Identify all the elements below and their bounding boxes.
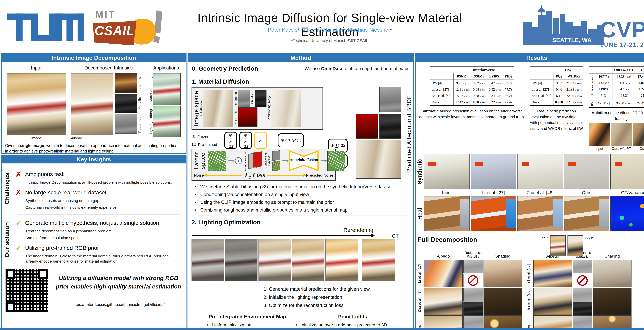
lighting-column-1: Point LightsInitialization over a grid b… [288,314,410,330]
table-row: InteriorVersePSNR↑13.38 ± 2.4417.42 ± 3.… [588,73,644,80]
author: Matthias Niessner1 [348,27,392,33]
cell-value: 0.46 [556,88,562,91]
photo-gt-albedo [203,90,233,127]
cell-std: ± 0.14 [496,82,501,85]
photo-input-image [7,73,66,135]
photo-metallic [115,94,137,113]
table-cell: 0.68 ± 0.11 [471,86,487,93]
table-cell: 0.22 ± 0.08 [635,86,644,92]
bottom-accent-strip [0,328,644,330]
book-icon [228,145,233,148]
insight-detail: Intrinsic Image Decomposition is an ill-… [25,180,174,185]
table-cell: 0.47 ± 0.14 [487,80,503,86]
loss-arrow-left-icon [206,175,242,176]
material-diffusion-diagram: Image space GT Albedo Roughness Metallic… [192,87,410,181]
table-cell: 17.42 ± 3.08 [454,99,471,106]
cell-std: ± 11.06 [575,82,582,85]
cell-value: 6.11 [556,94,562,98]
fd-row-label-text: Zhu et al. [48] [418,290,422,312]
cell-std: ± 0.08 [480,101,485,104]
gt-label: GT [392,233,399,239]
photo-rerender-gt [362,239,395,281]
photo-fd-albedo [424,260,463,287]
results-col-iiw: IIWPQ↑WHDR↓IIW [4]9.6321.00 ± 11.06Li et… [527,66,586,151]
cell-value: 0.69 [618,81,624,85]
photo-real-3 [564,196,610,231]
encoder-letter: E [229,138,232,145]
insight-detail: Treat the decomposition as a probabilist… [25,229,174,234]
tum-logo-icon [7,12,84,43]
cell-std: ± 12.94 [625,103,632,105]
fd-cell-shading [593,288,632,315]
fd-cell-shading [593,260,632,287]
author-sup: 1 [390,27,392,30]
cell-std: ± 2.44 [626,76,631,78]
photo-material-editing [153,73,180,105]
table-cell: 0.69 ± 0.09 [612,80,635,86]
metric-label: SSIM↑ [596,80,612,86]
table-cell: 46.21 [503,93,514,99]
photo-fd-input-2 [568,235,583,256]
cell-std: ± 10.43 [575,95,582,98]
tum-logo [7,12,84,43]
lighting-label: Lighting [138,73,142,93]
cell-std: ± 0.14 [480,82,485,85]
column-header-intrinsics: Decomposed Intrinsics [69,65,148,71]
decomposition-intrinsics-column: Decomposed Intrinsics Albedo Lighting Me… [69,65,148,140]
divider [192,215,410,216]
photo-noise-latent [208,151,226,171]
cell-std: ± 3.08 [464,101,470,104]
qr-code [6,269,48,312]
table-cell: 35.60 ± 12.94 [612,99,635,108]
albedo-label: Albedo [71,136,113,140]
snowflake-icon: ❄ [244,133,248,138]
photo-pred-roughness [379,87,401,112]
cell-value: 25.42 [505,100,512,104]
fd-cell-roughness-metallic [463,288,483,315]
column-header: PSNR↑ [454,73,471,80]
row-label: Li et al. [27] [530,86,553,93]
cell-value: 0.80 [638,81,644,85]
decomposition-input-column: Input Image [4,65,69,140]
photo-fd-material [463,288,483,301]
fd-row-label-text: Zhu et al. [48] [527,290,531,312]
material-feature-plane-red [253,151,262,168]
photo-fd-albedo [424,288,463,315]
project-url-link[interactable]: https://peter-kocsis.github.io/Intrinsic… [54,302,182,307]
row-label: Ours [530,99,553,106]
fd-row-label-text: Li et al. [27] [527,264,531,283]
mit-csail-logo: MIT CSAIL [93,9,170,46]
cell-value: 22.90 [566,94,574,98]
material-diffusion-label: MaterialDiffusion [289,158,319,162]
table-row: LPIPS↓0.42 ± 0.100.22 ± 0.08 [588,86,644,92]
conditioning-feature-plane [272,150,280,161]
material-editing-label: Material Editing [149,73,153,105]
arrow-right-icon [282,160,287,161]
fd-row-label: Zhu et al. [48] [527,288,533,315]
results-tables-row: InteriorVersePSNR↑SSIM↑LPIPS↓FID↓IIW [4]… [416,62,644,151]
poster-title: Intrinsic Image Diffusion for Single-vie… [171,11,488,39]
cell-value: 62.22 [505,81,512,85]
metric-label: LPIPS↓ [596,86,612,92]
affiliation-sup: 2 [347,39,349,41]
table-cell: 0.80 ± 0.08 [471,99,487,106]
cell-value: 0.78 [473,94,479,98]
decomposition-caption: Given a single image, we aim to decompos… [2,140,186,154]
row-label: Zhu et al. [48] [530,93,553,99]
fd-cell-roughness-metallic [463,260,483,287]
panel-decomposition: Intrinsic Image Decomposition Input Imag… [1,53,186,154]
material-features-label: Material Features [244,150,247,171]
photo-conditioning-image [271,90,301,127]
cell-value: 17.42 [638,75,644,79]
photo-fd-material [463,260,483,273]
caption-bold: single image [20,143,44,148]
table-cell: 13.38 ± 2.44 [612,73,635,80]
fd-cell-albedo [533,260,572,287]
fd-column-shading: Shading [484,254,522,259]
encoder-box-trainable: E [254,132,267,149]
photo-gt-brdf [238,107,258,127]
photo-rerender-5 [326,239,358,281]
metallic-label: Metallic [138,94,142,113]
table-cell: 0.22 ± 0.08 [487,99,503,106]
affiliation-sup: 1 [291,39,293,41]
